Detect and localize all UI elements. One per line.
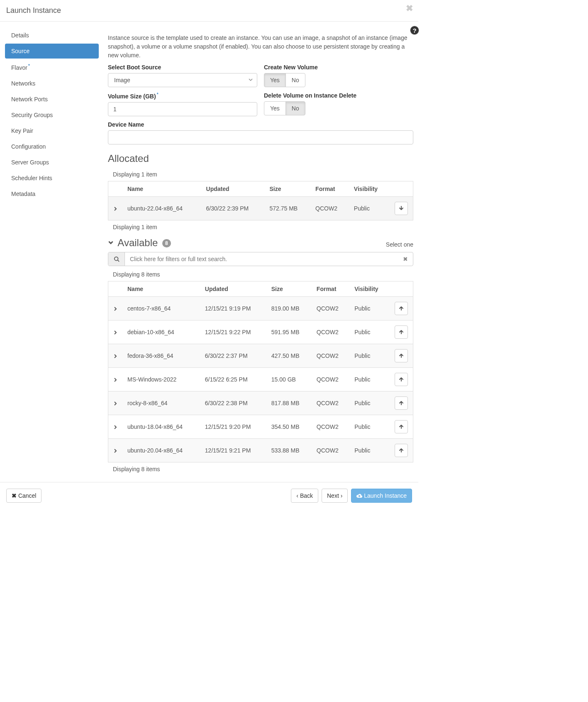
col-visibility[interactable]: Visibility [349,181,390,196]
sidebar-item-server-groups[interactable]: Server Groups [5,155,99,170]
modal-footer: ✖ Cancel ‹ Back Next › Launch Instance [0,482,418,509]
col-name[interactable]: Name [122,181,201,196]
available-heading[interactable]: Available 8 Select one [108,237,413,249]
search-icon [108,252,125,266]
col-updated[interactable]: Updated [201,181,265,196]
launch-instance-modal: Launch Instance ✖ ? Details Source Flavo… [0,0,418,509]
table-row: centos-7-x86_6412/15/21 9:19 PM819.00 MB… [108,296,413,320]
cell-visibility: Public [349,415,390,438]
cell-visibility: Public [349,391,390,415]
sidebar-item-security-groups[interactable]: Security Groups [5,108,99,122]
volume-size-input[interactable] [108,102,257,116]
device-name-input[interactable] [108,130,413,144]
cancel-button[interactable]: ✖ Cancel [6,489,41,503]
chevron-right-icon[interactable] [113,352,117,359]
col-visibility[interactable]: Visibility [349,281,390,296]
delete-volume-label: Delete Volume on Instance Delete [264,92,413,99]
available-count-top: Displaying 8 items [108,268,413,281]
add-button[interactable] [395,302,408,315]
col-format[interactable]: Format [310,181,349,196]
boot-source-select[interactable]: Image [108,73,257,87]
launch-instance-button[interactable]: Launch Instance [351,489,412,503]
modal-body: Details Source Flavor* Networks Network … [0,22,418,482]
back-button[interactable]: ‹ Back [291,489,318,503]
boot-source-label: Select Boot Source [108,64,257,71]
add-button[interactable] [395,373,408,386]
col-updated[interactable]: Updated [200,281,266,296]
sidebar-item-networks[interactable]: Networks [5,76,99,91]
table-row: fedora-36-x86_646/30/22 2:37 PM427.50 MB… [108,344,413,367]
cell-format: QCOW2 [312,391,349,415]
allocated-count-bottom: Displaying 1 item [108,220,413,234]
help-icon[interactable]: ? [410,26,419,35]
add-button[interactable] [395,420,408,433]
close-icon[interactable]: ✖ [406,3,413,13]
remove-button[interactable] [395,202,408,215]
cell-updated: 6/30/22 2:39 PM [201,196,265,220]
delete-volume-no[interactable]: No [285,101,305,115]
modal-title: Launch Instance [6,6,412,15]
col-size[interactable]: Size [266,281,312,296]
add-button[interactable] [395,349,408,362]
available-count-bottom: Displaying 8 items [108,462,413,476]
table-row: MS-Windows-20226/15/22 6:25 PM15.00 GBQC… [108,367,413,391]
cell-visibility: Public [349,296,390,320]
cell-format: QCOW2 [312,344,349,367]
add-button[interactable] [395,396,408,410]
cell-format: QCOW2 [310,196,349,220]
table-row: ubuntu-20.04-x86_6412/15/21 9:21 PM533.8… [108,438,413,462]
cell-updated: 6/30/22 2:38 PM [200,391,266,415]
wizard-content: Instance source is the template used to … [104,28,418,476]
select-one-hint: Select one [386,241,413,248]
available-table: Name Updated Size Format Visibility cent… [108,281,413,462]
cell-name: fedora-36-x86_64 [122,344,200,367]
sidebar-item-flavor[interactable]: Flavor* [5,59,99,75]
chevron-right-icon[interactable] [113,447,117,454]
cell-visibility: Public [349,344,390,367]
chevron-right-icon[interactable] [113,400,117,406]
modal-header: Launch Instance ✖ [0,0,418,22]
col-size[interactable]: Size [264,181,310,196]
allocated-table: Name Updated Size Format Visibility ubun… [108,181,413,220]
source-description: Instance source is the template used to … [108,34,413,60]
cell-visibility: Public [349,320,390,344]
create-volume-yes[interactable]: Yes [264,73,286,87]
chevron-right-icon[interactable] [113,376,117,383]
sidebar-item-configuration[interactable]: Configuration [5,139,99,154]
chevron-right-icon[interactable] [113,423,117,430]
next-button[interactable]: Next › [322,489,348,503]
cell-updated: 12/15/21 9:21 PM [200,438,266,462]
add-button[interactable] [395,444,408,457]
available-count-badge: 8 [162,239,171,247]
wizard-sidebar: Details Source Flavor* Networks Network … [0,28,104,476]
cell-format: QCOW2 [312,320,349,344]
chevron-right-icon[interactable] [113,205,117,212]
table-row: debian-10-x86_6412/15/21 9:22 PM591.95 M… [108,320,413,344]
search-input[interactable] [125,252,398,266]
add-button[interactable] [395,325,408,339]
cell-name: ubuntu-18.04-x86_64 [122,415,200,438]
chevron-right-icon[interactable] [113,305,117,312]
sidebar-item-source[interactable]: Source [5,44,99,59]
sidebar-item-key-pair[interactable]: Key Pair [5,123,99,138]
sidebar-item-scheduler-hints[interactable]: Scheduler Hints [5,171,99,186]
table-row: ubuntu-22.04-x86_64 6/30/22 2:39 PM 572.… [108,196,413,220]
device-name-label: Device Name [108,121,413,128]
clear-search-icon[interactable]: ✖ [398,252,413,266]
sidebar-item-network-ports[interactable]: Network Ports [5,92,99,107]
cell-size: 354.50 MB [266,415,312,438]
cell-format: QCOW2 [312,438,349,462]
col-name[interactable]: Name [122,281,200,296]
cell-name: debian-10-x86_64 [122,320,200,344]
cell-name: MS-Windows-2022 [122,367,200,391]
allocated-heading: Allocated [108,153,413,164]
create-volume-no[interactable]: No [285,73,305,87]
chevron-down-icon [108,240,114,247]
delete-volume-yes[interactable]: Yes [264,101,286,115]
cell-name: centos-7-x86_64 [122,296,200,320]
sidebar-item-metadata[interactable]: Metadata [5,186,99,201]
sidebar-item-details[interactable]: Details [5,28,99,43]
chevron-right-icon[interactable] [113,329,117,335]
col-format[interactable]: Format [312,281,349,296]
chevron-left-icon: ‹ [296,492,298,499]
